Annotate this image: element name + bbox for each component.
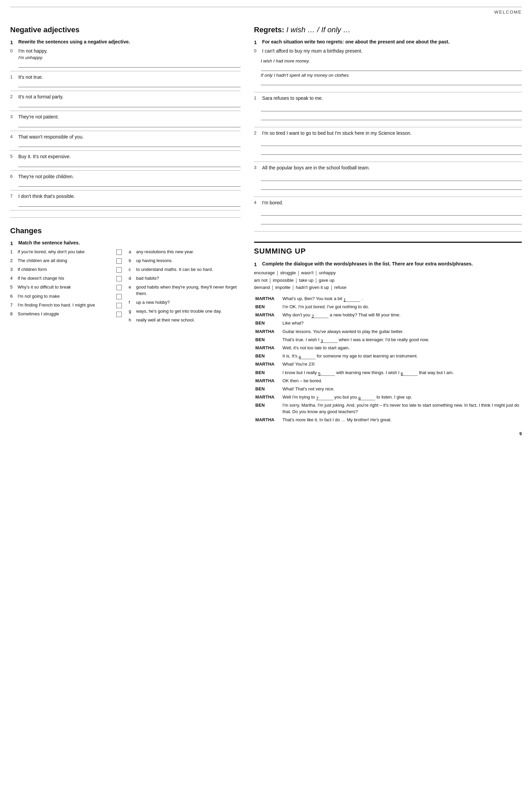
list-item: 6 I'm not going to make: [10, 293, 122, 299]
table-row: BEN It is. It's 4 for someone my age to …: [254, 352, 522, 360]
regrets-section: Regrets: I wish … / If only … 1 For each…: [254, 25, 522, 232]
dialogue-line: It is. It's 4 for someone my age to star…: [281, 352, 522, 360]
list-item: 1 If you're bored, why don't you take: [10, 249, 122, 255]
list-item: b up having lessons.: [129, 258, 240, 264]
speaker-ben: BEN: [254, 385, 281, 393]
table-row: BEN I know but I really 5 with learning …: [254, 369, 522, 377]
word-list-row1: encourage | struggle | wasn't | unhappy: [254, 270, 522, 277]
checkbox[interactable]: [116, 276, 122, 281]
dialogue-line: OK then – be bored.: [281, 377, 522, 385]
blank-5[interactable]: 5: [318, 371, 335, 376]
changes-ex1-num: 1: [10, 240, 16, 247]
list-item: 4 I'm bored.: [254, 200, 522, 225]
table-row: MARTHA What's up, Ben? You look a bit 1 …: [254, 295, 522, 303]
page-number: 9: [10, 431, 522, 437]
table-row: BEN What! That's not very nice.: [254, 385, 522, 393]
table-row: BEN That's true. I wish I 3 when I was a…: [254, 336, 522, 344]
dialogue-line: Guitar lessons. You've always wanted to …: [281, 328, 522, 336]
regrets-ex1-instruction: For each situation write two regrets: on…: [262, 39, 450, 45]
summing-ex1-instruction: Complete the dialogue with the words/phr…: [262, 261, 473, 268]
page-header: WELCOME: [10, 7, 522, 15]
speaker-ben: BEN: [254, 401, 281, 416]
list-item: 0 I can't afford to buy my mum a birthda…: [254, 48, 522, 85]
speaker-martha: MARTHA: [254, 328, 281, 336]
match-left-col: 1 If you're bored, why don't you take 2 …: [10, 249, 122, 326]
checkbox[interactable]: [116, 303, 122, 308]
list-item: h really well at their new school.: [129, 317, 240, 323]
list-item: 5 Buy it. It's not expensive.: [10, 153, 241, 167]
blank-8[interactable]: 8: [358, 395, 375, 400]
speaker-martha: MARTHA: [254, 393, 281, 401]
dialogue-line: What's up, Ben? You look a bit 1 .: [281, 295, 522, 303]
table-row: MARTHA Guitar lessons. You've always wan…: [254, 328, 522, 336]
changes-section: Changes 1 Match the sentence halves. 1 I…: [10, 217, 241, 326]
table-row: BEN I'm OK. I'm just bored. I've got not…: [254, 303, 522, 311]
list-item: g ways, he's going to get into trouble o…: [129, 308, 240, 314]
blank-4[interactable]: 4: [299, 354, 316, 359]
blank-1[interactable]: 1: [343, 297, 360, 302]
speaker-ben: BEN: [254, 352, 281, 360]
list-item: 6 They're not polite children.: [10, 173, 241, 187]
negative-adjectives-title: Negative adjectives: [10, 25, 241, 35]
list-item: 2 The children are all doing: [10, 258, 122, 264]
negative-adjectives-section: Negative adjectives 1 Rewrite the senten…: [10, 25, 241, 210]
dialogue-line: Well, it's not too late to start again.: [281, 344, 522, 352]
speaker-martha: MARTHA: [254, 360, 281, 368]
table-row: BEN I'm sorry, Martha. I'm just joking. …: [254, 401, 522, 416]
speaker-martha: MARTHA: [254, 377, 281, 385]
list-item: 7 I don't think that's possible.: [10, 193, 241, 207]
dialogue-line: That's true. I wish I 3 when I was a tee…: [281, 336, 522, 344]
list-item: 7 I'm finding French too hard. I might g…: [10, 302, 122, 308]
summing-up-section: SUMMING UP 1 Complete the dialogue with …: [254, 242, 522, 424]
dialogue-line: I know but I really 5 with learning new …: [281, 369, 522, 377]
ex1-instruction: Rewrite the sentences using a negative a…: [18, 39, 130, 45]
dialogue-line: I'm OK. I'm just bored. I've got nothing…: [281, 303, 522, 311]
speaker-ben: BEN: [254, 303, 281, 311]
word-list-row3: demand | impolite | hadn't given it up |…: [254, 284, 522, 291]
match-right-col: a any resolutions this new year. b up ha…: [129, 249, 240, 326]
list-item: 3 If children form: [10, 266, 122, 273]
checkbox[interactable]: [116, 312, 122, 317]
checkbox[interactable]: [116, 258, 122, 264]
list-item: 3 All the popular boys are in the school…: [254, 165, 522, 190]
table-row: MARTHA Why don't you 2 a new hobby? That…: [254, 311, 522, 319]
list-item: e good habits when they're young, they'l…: [129, 284, 240, 296]
summing-ex1-num: 1: [254, 261, 260, 268]
list-item: 2 It's not a formal party.: [10, 94, 241, 107]
blank-3[interactable]: 3: [321, 338, 338, 343]
blank-7[interactable]: 7: [316, 395, 333, 400]
list-item: 2 I'm so tired I want to go to bed but I…: [254, 130, 522, 155]
ex1-num: 1: [10, 39, 16, 46]
list-item: 5 Why's it so difficult to break: [10, 284, 122, 290]
regrets-ex1-num: 1: [254, 39, 260, 46]
speaker-ben: BEN: [254, 336, 281, 344]
speaker-martha: MARTHA: [254, 295, 281, 303]
speaker-ben: BEN: [254, 369, 281, 377]
table-row: MARTHA What! You're 23!: [254, 360, 522, 368]
list-item: f up a new hobby?: [129, 299, 240, 306]
word-list-row2: am not | impossible | take up | gave up: [254, 277, 522, 284]
checkbox[interactable]: [116, 294, 122, 299]
list-item: d bad habits?: [129, 275, 240, 281]
dialogue-line: That's more like it. In fact I do … My b…: [281, 416, 522, 424]
list-item: 3 They're not patient.: [10, 114, 241, 127]
speaker-martha: MARTHA: [254, 344, 281, 352]
blank-2[interactable]: 2: [311, 313, 328, 318]
dialogue-line: Why don't you 2 a new hobby? That will f…: [281, 311, 522, 319]
changes-title: Changes: [10, 226, 241, 236]
summing-up-title: SUMMING UP: [254, 246, 522, 257]
table-row: MARTHA Well, it's not too late to start …: [254, 344, 522, 352]
list-item: 4 If he doesn't change his: [10, 275, 122, 281]
table-row: MARTHA Well I'm trying to 7 you but you …: [254, 393, 522, 401]
list-item: a any resolutions this new year.: [129, 249, 240, 255]
list-item: c to understand maths. It can be so hard…: [129, 266, 240, 273]
checkbox[interactable]: [116, 250, 122, 255]
blank-6[interactable]: 6: [401, 371, 418, 376]
checkbox[interactable]: [116, 285, 122, 290]
table-row: MARTHA OK then – be bored.: [254, 377, 522, 385]
table-row: MARTHA That's more like it. In fact I do…: [254, 416, 522, 424]
checkbox[interactable]: [116, 267, 122, 273]
changes-ex1-instruction: Match the sentence halves.: [18, 240, 80, 246]
header-title: WELCOME: [494, 10, 522, 15]
dialogue-line: What! You're 23!: [281, 360, 522, 368]
